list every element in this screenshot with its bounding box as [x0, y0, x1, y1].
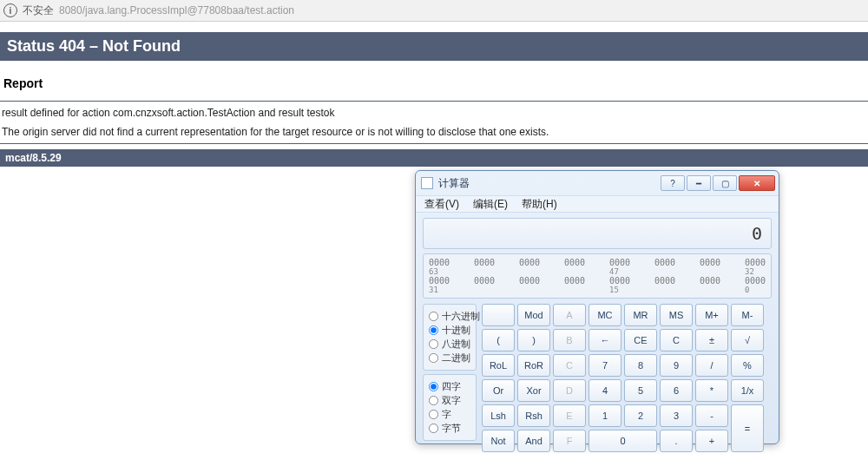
key-mplus[interactable]: M+ — [695, 304, 728, 326]
error-message: result defined for action com.cnzxsoft.a… — [0, 103, 868, 122]
info-icon: i — [3, 3, 17, 17]
key-or[interactable]: Or — [482, 379, 515, 402]
bit-group: 0000 — [745, 276, 779, 286]
help-button[interactable]: ? — [661, 175, 685, 191]
minimize-button[interactable]: ━ — [687, 175, 711, 191]
key-5[interactable]: 5 — [624, 379, 657, 402]
key-3[interactable]: 3 — [660, 404, 693, 427]
key-xor[interactable]: Xor — [517, 379, 550, 402]
key-ms[interactable]: MS — [660, 304, 693, 326]
menubar: 查看(V) 编辑(E) 帮助(H) — [416, 195, 779, 213]
maximize-button[interactable]: ▢ — [713, 175, 737, 191]
key-d[interactable]: D — [553, 379, 586, 402]
menu-help[interactable]: 帮助(H) — [522, 197, 557, 212]
bit-index: 31 — [429, 286, 464, 294]
key-mul[interactable]: * — [695, 379, 728, 402]
radio-oct[interactable]: 八进制 — [428, 338, 471, 351]
key-rol[interactable]: RoL — [482, 354, 515, 377]
key-plusminus[interactable]: ± — [695, 329, 728, 351]
bit-panel: 0000 0000 0000 0000 0000 0000 0000 0000 … — [423, 253, 772, 299]
key-equals[interactable]: = — [731, 404, 764, 452]
key-e[interactable]: E — [553, 404, 586, 427]
bit-index: 47 — [609, 267, 644, 276]
key-7[interactable]: 7 — [589, 354, 621, 377]
word-size-group: 四字 双字 字 字节 — [423, 374, 477, 441]
bit-group: 0000 — [700, 258, 734, 267]
origin-message: The origin server did not find a current… — [0, 122, 868, 141]
radio-qword[interactable]: 四字 — [428, 380, 471, 393]
key-backspace[interactable]: ← — [589, 329, 621, 351]
url-text[interactable]: 8080/java.lang.ProcessImpl@77808baa/test… — [59, 4, 294, 16]
key-c-hex[interactable]: C — [553, 354, 586, 377]
menu-view[interactable]: 查看(V) — [424, 197, 459, 212]
key-div[interactable]: / — [695, 354, 728, 377]
bit-group: 0000 — [429, 258, 464, 267]
bit-group: 0000 — [609, 276, 644, 286]
browser-url-bar: i 不安全 8080/java.lang.ProcessImpl@77808ba… — [0, 0, 868, 22]
calculator-icon — [421, 177, 433, 189]
key-plus[interactable]: + — [695, 430, 728, 452]
bit-group: 0000 — [745, 258, 779, 267]
key-mod[interactable]: Mod — [517, 304, 550, 326]
key-percent[interactable]: % — [731, 354, 764, 377]
status-heading: Status 404 – Not Found — [0, 32, 868, 61]
server-banner: mcat/8.5.29 — [0, 149, 868, 167]
key-dot[interactable]: . — [660, 430, 693, 452]
key-1[interactable]: 1 — [589, 404, 621, 427]
key-rparen[interactable]: ) — [517, 329, 550, 351]
key-inverse[interactable]: 1/x — [731, 379, 764, 402]
error-page: Status 404 – Not Found Report result def… — [0, 32, 868, 167]
radio-dec[interactable]: 十进制 — [428, 324, 471, 337]
bit-group: 0000 — [654, 276, 689, 286]
radio-byte[interactable]: 字节 — [428, 422, 471, 435]
radio-word[interactable]: 字 — [428, 408, 471, 421]
bit-group: 0000 — [429, 276, 464, 286]
bit-group: 0000 — [654, 258, 689, 267]
bit-group: 0000 — [474, 276, 509, 286]
window-title: 计算器 — [438, 176, 661, 191]
key-mminus[interactable]: M- — [731, 304, 764, 326]
calculator-window: 计算器 ? ━ ▢ ✕ 查看(V) 编辑(E) 帮助(H) 0 0000 000… — [415, 170, 779, 444]
bit-group: 0000 — [519, 258, 554, 267]
divider — [0, 101, 868, 102]
bit-group: 0000 — [474, 258, 509, 267]
radio-dword[interactable]: 双字 — [428, 394, 471, 407]
key-mc[interactable]: MC — [589, 304, 621, 326]
key-6[interactable]: 6 — [660, 379, 693, 402]
key-blank — [482, 304, 515, 326]
key-8[interactable]: 8 — [624, 354, 657, 377]
close-button[interactable]: ✕ — [739, 175, 775, 191]
bit-index: 0 — [745, 286, 779, 294]
bit-index: 63 — [429, 267, 464, 276]
key-9[interactable]: 9 — [660, 354, 693, 377]
key-0[interactable]: 0 — [589, 430, 657, 452]
key-2[interactable]: 2 — [624, 404, 657, 427]
key-a[interactable]: A — [553, 304, 586, 326]
report-label: Report — [0, 76, 868, 99]
key-f[interactable]: F — [553, 430, 586, 452]
bit-index: 32 — [745, 267, 779, 276]
bit-group: 0000 — [609, 258, 644, 267]
titlebar[interactable]: 计算器 ? ━ ▢ ✕ — [416, 171, 779, 195]
key-not[interactable]: Not — [482, 430, 515, 452]
radio-bin[interactable]: 二进制 — [428, 351, 471, 365]
key-minus[interactable]: - — [695, 404, 728, 427]
key-and[interactable]: And — [517, 430, 550, 452]
key-ror[interactable]: RoR — [517, 354, 550, 377]
key-b[interactable]: B — [553, 329, 586, 351]
key-mr[interactable]: MR — [624, 304, 657, 326]
key-lsh[interactable]: Lsh — [482, 404, 515, 427]
radio-hex[interactable]: 十六进制 — [428, 310, 471, 323]
bit-group: 0000 — [564, 276, 599, 286]
key-ce[interactable]: CE — [624, 329, 657, 351]
bit-index: 15 — [609, 286, 644, 294]
key-4[interactable]: 4 — [589, 379, 621, 402]
key-c[interactable]: C — [660, 329, 693, 351]
menu-edit[interactable]: 编辑(E) — [473, 197, 508, 212]
bit-group: 0000 — [564, 258, 599, 267]
calc-display: 0 — [423, 218, 772, 249]
key-rsh[interactable]: Rsh — [517, 404, 550, 427]
key-lparen[interactable]: ( — [482, 329, 515, 351]
key-sqrt[interactable]: √ — [731, 329, 764, 351]
number-base-group: 十六进制 十进制 八进制 二进制 — [423, 304, 477, 371]
